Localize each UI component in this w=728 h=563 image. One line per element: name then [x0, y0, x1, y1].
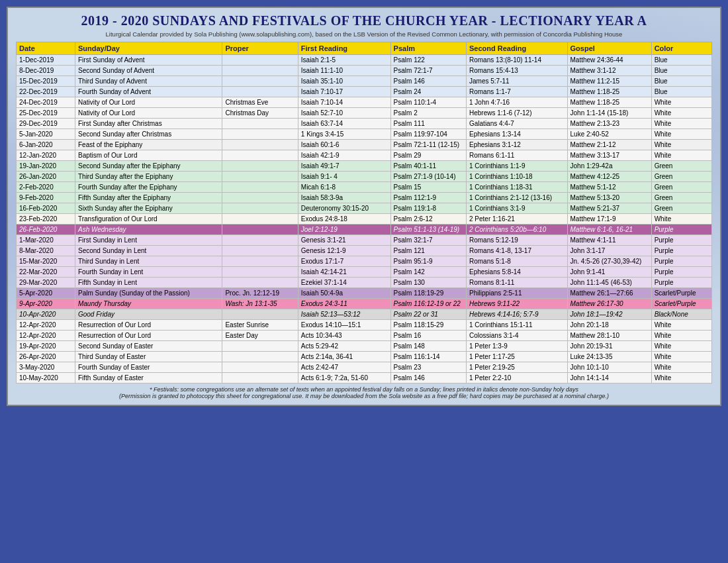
table-cell: Fourth Sunday of Advent	[75, 87, 222, 97]
table-cell: 25-Dec-2019	[17, 108, 75, 119]
table-row: 15-Mar-2020Third Sunday in LentExodus 17…	[17, 256, 712, 267]
table-cell	[222, 172, 298, 182]
table-row: 12-Apr-2020Resurrection of Our LordEaste…	[17, 320, 712, 331]
table-cell: White	[651, 373, 711, 384]
table-row: 10-May-2020Fifth Sunday of EasterActs 6:…	[17, 373, 712, 384]
table-cell: 1 Corinthians 1:18-31	[467, 182, 568, 193]
table-cell: 24-Dec-2019	[17, 97, 75, 108]
table-cell: Purple	[651, 235, 711, 246]
table-cell: Blue	[651, 55, 711, 66]
table-cell: White	[651, 129, 711, 140]
table-row: 26-Feb-2020Ash WednesdayJoel 2:12-19Psal…	[17, 225, 712, 235]
table-cell	[222, 66, 298, 76]
table-cell: Psalm 146	[390, 373, 466, 384]
table-cell: 10-Apr-2020	[17, 309, 75, 320]
table-cell: Jn. 4:5-26 (27-30,39-42)	[567, 256, 651, 267]
table-cell: Fifth Sunday in Lent	[75, 278, 222, 288]
table-cell: Matthew 6:1-6, 16-21	[567, 225, 651, 235]
table-cell: Baptism of Our Lord	[75, 150, 222, 161]
table-cell: Joel 2:12-19	[298, 225, 390, 235]
table-cell: Psalm 15	[390, 182, 466, 193]
table-cell	[222, 235, 298, 246]
table-cell: 1 Peter 2:2-10	[467, 373, 568, 384]
table-cell: Purple	[651, 225, 711, 235]
table-cell: Blue	[651, 87, 711, 97]
table-cell: Psalm 23	[390, 362, 466, 373]
table-cell: 12-Apr-2020	[17, 320, 75, 331]
table-cell: Matthew 11:2-15	[567, 76, 651, 87]
table-cell: White	[651, 331, 711, 341]
table-cell: Matthew 2:13-23	[567, 119, 651, 129]
table-cell	[222, 150, 298, 161]
table-cell: Ezekiel 37:1-14	[298, 278, 390, 288]
table-cell	[222, 341, 298, 352]
table-cell: Matthew 4:1-11	[567, 235, 651, 246]
table-cell: 2 Corinthians 5:20b—6:10	[467, 225, 568, 235]
table-row: 5-Apr-2020Palm Sunday (Sunday of the Pas…	[17, 288, 712, 299]
table-cell: Matthew 5:13-20	[567, 193, 651, 203]
table-cell: John 1:29-42a	[567, 161, 651, 172]
table-cell: Blue	[651, 76, 711, 87]
table-cell: White	[651, 119, 711, 129]
table-cell: Christmas Day	[222, 108, 298, 119]
table-cell: White	[651, 362, 711, 373]
table-cell: 1 Peter 2:19-25	[467, 362, 568, 373]
table-cell: 9-Feb-2020	[17, 193, 75, 203]
table-cell: Isaiah 42:14-21	[298, 267, 390, 278]
table-cell: John 9:1-41	[567, 267, 651, 278]
table-cell: Christmas Eve	[222, 97, 298, 108]
table-cell: James 5:7-11	[467, 76, 568, 87]
table-cell: Psalm 146	[390, 76, 466, 87]
table-cell	[222, 352, 298, 362]
table-cell: John 18:1—19:42	[567, 309, 651, 320]
header-psalm: Psalm	[390, 42, 466, 55]
table-cell: Psalm 2	[390, 108, 466, 119]
table-cell: Purple	[651, 267, 711, 278]
table-cell	[222, 193, 298, 203]
table-cell: 5-Jan-2020	[17, 129, 75, 140]
table-cell: Isaiah 50:4-9a	[298, 288, 390, 299]
table-cell: Isaiah 52:13—53:12	[298, 309, 390, 320]
table-cell: Easter Day	[222, 331, 298, 341]
table-cell: Colossians 3:1-4	[467, 331, 568, 341]
table-cell: Third Sunday of Easter	[75, 352, 222, 362]
table-cell: First Sunday after Christmas	[75, 119, 222, 129]
table-cell: Acts 2:14a, 36-41	[298, 352, 390, 362]
table-cell: Green	[651, 182, 711, 193]
table-cell: Acts 10:34-43	[298, 331, 390, 341]
table-cell: Philippians 2:5-11	[467, 288, 568, 299]
table-cell: Psalm 119:1-8	[390, 203, 466, 214]
table-cell	[222, 309, 298, 320]
table-cell: Isaiah 63:7-14	[298, 119, 390, 129]
table-row: 8-Mar-2020Second Sunday in LentGenesis 1…	[17, 246, 712, 256]
table-cell: Green	[651, 193, 711, 203]
table-cell: 8-Mar-2020	[17, 246, 75, 256]
table-cell: Ash Wednesday	[75, 225, 222, 235]
table-cell: Psalm 112:1-9	[390, 193, 466, 203]
header-proper: Proper	[222, 42, 298, 55]
main-title: 2019 - 2020 Sundays and Festivals of the…	[16, 13, 712, 28]
table-row: 25-Dec-2019Nativity of Our LordChristmas…	[17, 108, 712, 119]
table-cell: Galatians 4:4-7	[467, 119, 568, 129]
table-row: 26-Apr-2020Third Sunday of EasterActs 2:…	[17, 352, 712, 362]
table-cell	[222, 119, 298, 129]
table-cell: Isaiah 49:1-7	[298, 161, 390, 172]
table-row: 29-Dec-2019First Sunday after ChristmasI…	[17, 119, 712, 129]
table-row: 19-Apr-2020Second Sunday of EasterActs 5…	[17, 341, 712, 352]
table-cell: Second Sunday of Advent	[75, 66, 222, 76]
table-cell: Romans 5:12-19	[467, 235, 568, 246]
table-cell: Maundy Thursday	[75, 299, 222, 309]
table-cell: 26-Feb-2020	[17, 225, 75, 235]
table-cell	[222, 87, 298, 97]
table-cell: Palm Sunday (Sunday of the Passion)	[75, 288, 222, 299]
footer-line-1: * Festivals: some congregations use an a…	[16, 386, 712, 393]
table-row: 16-Feb-2020Sixth Sunday after the Epipha…	[17, 203, 712, 214]
table-row: 3-May-2020Fourth Sunday of EasterActs 2:…	[17, 362, 712, 373]
table-cell: 26-Jan-2020	[17, 172, 75, 182]
header-first: First Reading	[298, 42, 390, 55]
table-cell: John 10:1-10	[567, 362, 651, 373]
table-cell: Matthew 5:1-12	[567, 182, 651, 193]
table-cell: Transfiguration of Our Lord	[75, 214, 222, 225]
table-cell: Psalm 22 or 31	[390, 309, 466, 320]
table-row: 9-Apr-2020Maundy ThursdayWash: Jn 13:1-3…	[17, 299, 712, 309]
